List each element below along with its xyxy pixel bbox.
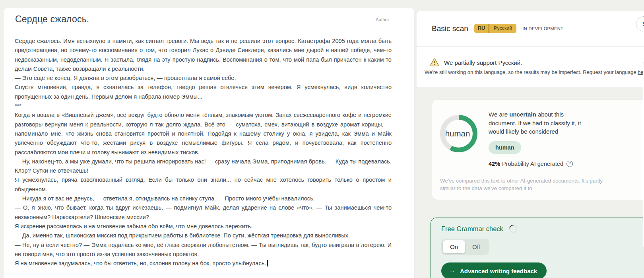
- warning-subtext: We're still working on this language, so…: [425, 69, 644, 75]
- arrow-right-icon: →: [449, 267, 455, 274]
- probability-gauge-inner: human: [445, 120, 473, 148]
- document-paragraph: — Это ещё не конец. Я должна в этом разо…: [15, 74, 392, 83]
- warning-title: We partially support Русский.: [444, 59, 522, 66]
- document-header: Сердце сжалось. Author:: [4, 8, 414, 30]
- grammar-toggle-off[interactable]: Off: [465, 240, 487, 253]
- scan-panel: Basic scan RU Русский IN DEVELOPMENT S W…: [417, 11, 644, 278]
- language-warning: We partially support Русский. We're stil…: [417, 47, 644, 87]
- document-paragraph: — Никуда я от вас не денусь, — ответила …: [15, 194, 392, 203]
- probability-gauge: human: [440, 115, 477, 152]
- document-card: Сердце сжалось. Author: Сердце сжалось. …: [4, 8, 414, 278]
- document-paragraph: Я усмехнулась, пряча взволнованный взгля…: [15, 175, 392, 194]
- scan-panel-header: Basic scan RU Русский IN DEVELOPMENT S: [417, 11, 644, 47]
- verdict-prefix: We are: [489, 111, 509, 118]
- help-question-icon[interactable]: ?: [566, 161, 573, 167]
- advanced-writing-feedback-label: Advanced writing feedback: [460, 268, 537, 274]
- grammar-check-card: Free Grammar check On Off → Advanced wri…: [431, 218, 644, 278]
- language-badge: RU Русский: [474, 24, 516, 33]
- probability-row: 42% Probability AI generated ?: [489, 161, 593, 167]
- clipped-header-button[interactable]: S: [636, 16, 644, 31]
- comparison-note: We've compared this text to other AI-gen…: [440, 177, 611, 192]
- language-code: RU: [474, 24, 489, 33]
- scan-title: Basic scan: [432, 24, 468, 33]
- gauge-label: human: [445, 129, 470, 138]
- classification-result-card: human We are uncertain about this docume…: [432, 99, 644, 200]
- grammar-toggle-on[interactable]: On: [443, 240, 465, 253]
- verdict-uncertain: uncertain: [509, 111, 536, 118]
- document-paragraph: Я на мгновение задумалась, что бы ответи…: [15, 259, 392, 268]
- document-paragraph: ***: [15, 101, 392, 111]
- document-paragraph: — О, я знаю, что бывает, когда ты вдруг …: [15, 203, 392, 222]
- loading-spinner-icon: [508, 223, 519, 234]
- document-body[interactable]: Сердце сжалось. Имя вспыхнуло в памяти, …: [4, 30, 414, 268]
- in-development-label: IN DEVELOPMENT: [522, 26, 563, 31]
- text-cursor: [267, 260, 268, 266]
- grammar-toggle: On Off: [441, 239, 489, 255]
- grammar-check-title: Free Grammar check: [441, 225, 503, 233]
- author-label: Author:: [376, 17, 390, 22]
- warning-triangle-icon: [430, 58, 439, 66]
- warning-subtext-body: We're still working on this language, so…: [425, 69, 638, 75]
- document-title: Сердце сжалось.: [15, 14, 89, 25]
- document-paragraph: Я искренне рассмеялась и на мгновение за…: [15, 222, 392, 231]
- document-paragraph: — Ну, наконец-то, а мы уже думали, что т…: [15, 157, 392, 176]
- document-paragraph: Спустя мгновение, правда, я схватилась з…: [15, 83, 392, 101]
- classification-badge: human: [489, 141, 521, 154]
- document-paragraph: Сердце сжалось. Имя вспыхнуло в памяти, …: [15, 37, 392, 74]
- document-paragraph: — Да, именно так, шпионская миссия под п…: [15, 231, 392, 240]
- document-paragraph: — Не, ну а если честно? — Эмма подалась …: [15, 241, 392, 259]
- probability-value: 42%: [489, 161, 500, 167]
- language-name: Русский: [489, 24, 516, 33]
- advanced-writing-feedback-button[interactable]: → Advanced writing feedback: [441, 262, 547, 278]
- document-paragraph: Когда я вошла в «Вишнёвый джем», всё вок…: [15, 111, 392, 157]
- probability-label: Probability AI generated: [502, 161, 563, 167]
- verdict-text: We are uncertain about this document. If…: [489, 110, 593, 136]
